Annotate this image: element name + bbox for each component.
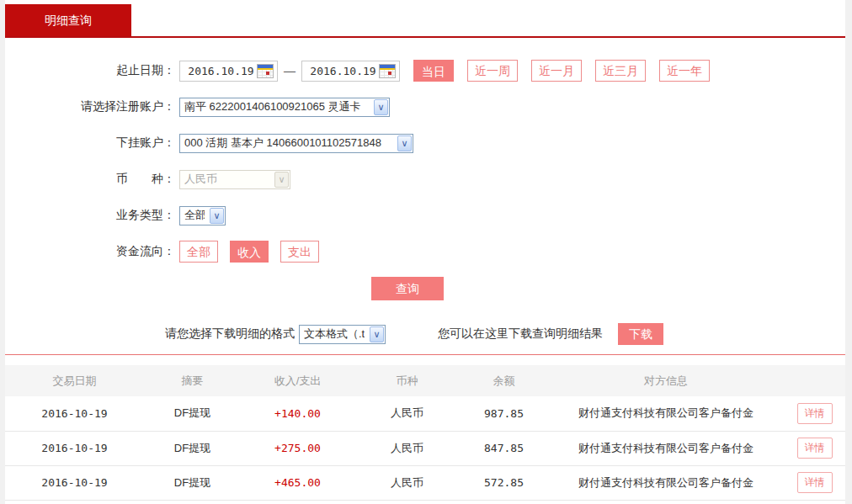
sub-account-row: 下挂账户： 000 活期 基本户 1406600101102571848 ∨ <box>5 132 845 154</box>
quick-range-month-button[interactable]: 近一月 <box>531 60 582 82</box>
fund-flow-row: 资金流向： 全部 收入 支出 <box>5 241 845 263</box>
registered-account-select[interactable]: 南平 6222001406100921065 灵通卡 ∨ <box>179 98 390 117</box>
table-row: 2016-10-19 DF提现 +275.00 人民币 847.85 财付通支付… <box>5 431 845 465</box>
end-date-value[interactable]: 2016.10.19 <box>307 65 379 77</box>
date-range-label: 起止日期： <box>5 63 175 78</box>
chevron-down-icon[interactable]: ∨ <box>370 326 384 342</box>
cell-summary: DF提现 <box>144 465 241 500</box>
cell-counterparty: 财付通支付科技有限公司客户备付金 <box>548 396 784 431</box>
quick-range-3months-button[interactable]: 近三月 <box>595 60 646 82</box>
start-date-value[interactable]: 2016.10.19 <box>185 65 257 77</box>
business-type-label: 业务类型： <box>5 208 175 223</box>
currency-label: 币 种： <box>5 172 175 187</box>
header-trade-date: 交易日期 <box>5 365 144 396</box>
currency-row: 币 种： 人民币 ∨ <box>5 168 845 190</box>
query-button[interactable]: 查询 <box>371 277 444 300</box>
cell-trade-date: 2016-10-19 <box>5 465 144 500</box>
cell-counterparty: 财付通支付科技有限公司客户备付金 <box>548 465 784 500</box>
detail-button[interactable]: 详情 <box>797 403 833 424</box>
cell-trade-date: 2016-10-19 <box>5 396 144 431</box>
cell-balance: 847.85 <box>460 431 548 465</box>
business-type-select[interactable]: 全部 ∨ <box>179 206 226 225</box>
header-actions <box>784 365 845 396</box>
detail-button[interactable]: 详情 <box>797 472 833 493</box>
chevron-down-icon[interactable]: ∨ <box>374 99 388 115</box>
business-type-row: 业务类型： 全部 ∨ <box>5 204 845 226</box>
business-type-value: 全部 <box>184 208 205 223</box>
tab-bar: 明细查询 <box>5 0 845 38</box>
chevron-down-icon[interactable]: ∨ <box>210 208 224 224</box>
cell-actions: 详情 <box>784 465 845 500</box>
date-range-row: 起止日期： 2016.10.19 — 2016.10.19 当日 近一周 近一月… <box>5 60 845 82</box>
download-hint-text: 您可以在这里下载查询明细结果 <box>438 326 603 342</box>
registered-account-label: 请选择注册账户： <box>5 99 175 114</box>
cell-amount: +275.00 <box>241 431 354 465</box>
results-table: 交易日期 摘要 收入/支出 币种 余额 对方信息 2016-10-19 DF提现… <box>5 365 845 501</box>
header-summary: 摘要 <box>144 365 241 396</box>
registered-account-row: 请选择注册账户： 南平 6222001406100921065 灵通卡 ∨ <box>5 96 845 118</box>
fund-flow-all-button[interactable]: 全部 <box>179 241 218 263</box>
cell-amount: +140.00 <box>241 396 354 431</box>
header-balance: 余额 <box>460 365 548 396</box>
sub-account-value: 000 活期 基本户 1406600101102571848 <box>184 135 392 151</box>
quick-range-year-button[interactable]: 近一年 <box>659 60 710 82</box>
calendar-icon[interactable] <box>257 64 274 78</box>
cell-currency: 人民币 <box>354 465 460 500</box>
header-counterparty: 对方信息 <box>548 365 784 396</box>
cell-currency: 人民币 <box>354 396 460 431</box>
quick-range-today-button[interactable]: 当日 <box>413 60 454 82</box>
end-date-input[interactable]: 2016.10.19 <box>301 61 400 82</box>
download-format-select[interactable]: 文本格式（.txt） ∨ <box>299 325 386 344</box>
sub-account-label: 下挂账户： <box>5 135 175 151</box>
fund-flow-label: 资金流向： <box>5 244 175 259</box>
chevron-down-icon[interactable]: ∨ <box>397 135 412 151</box>
table-header-row: 交易日期 摘要 收入/支出 币种 余额 对方信息 <box>5 365 845 396</box>
cell-summary: DF提现 <box>144 431 241 465</box>
sub-account-select[interactable]: 000 活期 基本户 1406600101102571848 ∨ <box>179 134 413 153</box>
header-currency: 币种 <box>354 365 460 396</box>
download-row: 请您选择下载明细的格式 文本格式（.txt） ∨ 您可以在这里下载查询明细结果 … <box>5 323 845 345</box>
quick-range-week-button[interactable]: 近一周 <box>467 60 518 82</box>
currency-select: 人民币 ∨ <box>179 170 290 189</box>
cell-actions: 详情 <box>784 396 845 431</box>
fund-flow-income-button[interactable]: 收入 <box>230 241 269 263</box>
tab-detail-query[interactable]: 明细查询 <box>5 4 131 36</box>
currency-value: 人民币 <box>184 172 269 187</box>
fund-flow-expense-button[interactable]: 支出 <box>280 241 319 263</box>
results-section: 交易日期 摘要 收入/支出 币种 余额 对方信息 2016-10-19 DF提现… <box>5 354 845 501</box>
cell-trade-date: 2016-10-19 <box>5 431 144 465</box>
calendar-icon[interactable] <box>379 64 396 78</box>
cell-actions: 详情 <box>784 431 845 465</box>
download-format-label: 请您选择下载明细的格式 <box>165 326 295 342</box>
detail-button[interactable]: 详情 <box>797 438 833 459</box>
cell-balance: 987.85 <box>460 396 548 431</box>
chevron-down-icon: ∨ <box>274 172 289 188</box>
query-form: 起止日期： 2016.10.19 — 2016.10.19 当日 近一周 近一月… <box>5 38 845 345</box>
cell-currency: 人民币 <box>354 431 460 465</box>
cell-counterparty: 财付通支付科技有限公司客户备付金 <box>548 431 784 465</box>
header-income-expense: 收入/支出 <box>241 365 354 396</box>
query-button-row: 查询 <box>5 277 845 300</box>
cell-balance: 572.85 <box>460 465 548 500</box>
start-date-input[interactable]: 2016.10.19 <box>179 61 278 82</box>
download-format-value: 文本格式（.txt） <box>304 326 365 342</box>
cell-summary: DF提现 <box>144 396 241 431</box>
date-range-separator: — <box>284 64 296 77</box>
page-container: 明细查询 起止日期： 2016.10.19 — 2016.10.19 当日 近一… <box>5 0 845 504</box>
download-button[interactable]: 下载 <box>618 323 663 345</box>
registered-account-value: 南平 6222001406100921065 灵通卡 <box>184 99 369 114</box>
cell-amount: +465.00 <box>241 465 354 500</box>
table-row: 2016-10-19 DF提现 +140.00 人民币 987.85 财付通支付… <box>5 396 845 431</box>
table-row: 2016-10-19 DF提现 +465.00 人民币 572.85 财付通支付… <box>5 465 845 500</box>
